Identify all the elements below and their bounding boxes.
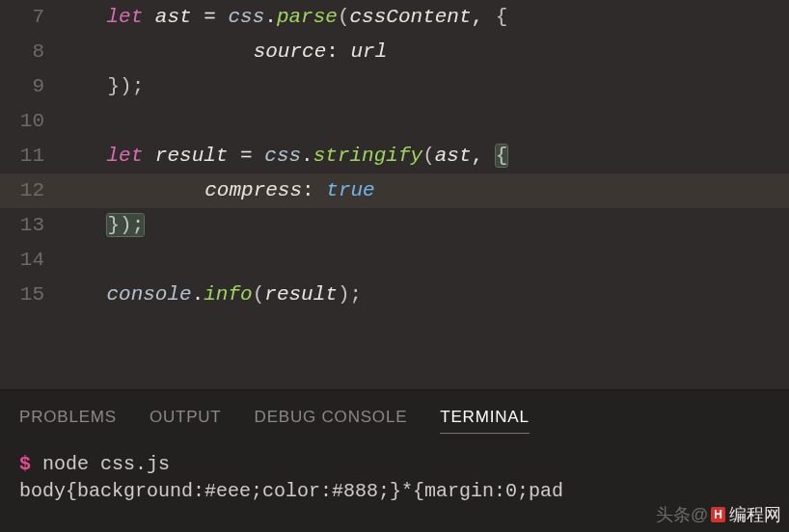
code: }); <box>58 69 789 104</box>
line-number: 10 <box>0 104 58 139</box>
tab-terminal[interactable]: TERMINAL <box>440 408 529 434</box>
panel-tabs: PROBLEMS OUTPUT DEBUG CONSOLE TERMINAL <box>0 390 789 445</box>
code: console.info(result); <box>58 278 789 312</box>
tab-debug-console[interactable]: DEBUG CONSOLE <box>255 408 408 434</box>
code-line-10: 10 <box>0 104 789 139</box>
bracket-match-close: }); <box>107 214 144 236</box>
code-line-9: 9 }); <box>0 69 789 104</box>
terminal[interactable]: $ node css.js body{background:#eee;color… <box>0 445 789 505</box>
line-number: 7 <box>0 0 58 35</box>
terminal-output: body{background:#eee;color:#888;}*{margi… <box>19 480 563 502</box>
watermark: 头条@ H 编程网 <box>656 503 781 526</box>
watermark-text: 编程网 <box>729 503 781 526</box>
terminal-command: node css.js <box>31 453 170 475</box>
code-line-11: 11 let result = css.stringify(ast, { <box>0 139 789 173</box>
code-line-12: 12 compress: true <box>0 173 789 208</box>
code <box>58 104 789 139</box>
bottom-panel: PROBLEMS OUTPUT DEBUG CONSOLE TERMINAL $… <box>0 389 789 532</box>
line-number: 9 <box>0 69 58 104</box>
line-number: 11 <box>0 139 58 173</box>
code: let ast = css.parse(cssContent, { <box>58 0 789 35</box>
code <box>58 243 789 278</box>
tab-problems[interactable]: PROBLEMS <box>19 408 117 434</box>
code: compress: true <box>58 173 789 208</box>
code: let result = css.stringify(ast, { <box>58 139 789 173</box>
tab-output[interactable]: OUTPUT <box>150 408 222 434</box>
code-line-14: 14 <box>0 243 789 278</box>
line-number: 13 <box>0 208 58 243</box>
code: }); <box>58 208 789 243</box>
code: source: url <box>58 35 789 69</box>
line-number: 15 <box>0 278 58 312</box>
watermark-prefix: 头条@ <box>656 503 708 526</box>
watermark-badge: H <box>711 507 725 522</box>
line-number: 14 <box>0 243 58 278</box>
code-line-13: 13 }); <box>0 208 789 243</box>
code-line-7: 7 let ast = css.parse(cssContent, { <box>0 0 789 35</box>
terminal-prompt: $ <box>19 453 31 475</box>
code-line-15: 15 console.info(result); <box>0 278 789 312</box>
code-editor[interactable]: 7 let ast = css.parse(cssContent, { 8 so… <box>0 0 789 389</box>
line-number: 12 <box>0 173 58 208</box>
line-number: 8 <box>0 35 58 69</box>
bracket-match-open: { <box>496 145 508 167</box>
code-line-8: 8 source: url <box>0 35 789 69</box>
